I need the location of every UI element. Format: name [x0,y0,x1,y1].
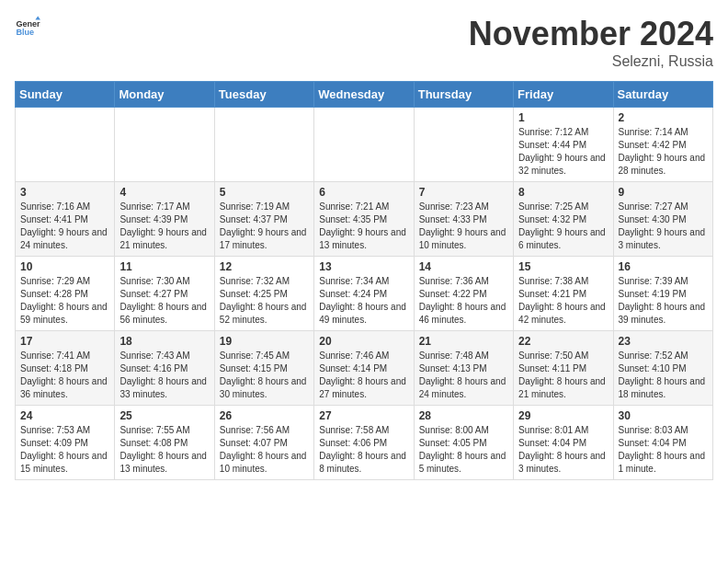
location-subtitle: Selezni, Russia [469,53,713,70]
calendar-week-row: 3Sunrise: 7:16 AM Sunset: 4:41 PM Daylig… [16,182,713,257]
table-row: 11Sunrise: 7:30 AM Sunset: 4:27 PM Dayli… [115,257,214,331]
day-info: Sunrise: 7:55 AM Sunset: 4:08 PM Dayligh… [119,424,209,476]
day-number: 11 [119,260,209,273]
day-number: 17 [20,335,109,348]
day-info: Sunrise: 8:00 AM Sunset: 4:05 PM Dayligh… [419,424,508,476]
table-row [16,108,115,182]
table-row: 16Sunrise: 7:39 AM Sunset: 4:19 PM Dayli… [613,257,712,331]
day-info: Sunrise: 7:34 AM Sunset: 4:24 PM Dayligh… [319,275,408,327]
logo-icon: General Blue [15,15,40,40]
svg-text:Blue: Blue [16,28,34,37]
day-info: Sunrise: 7:56 AM Sunset: 4:07 PM Dayligh… [220,424,309,476]
table-row: 8Sunrise: 7:25 AM Sunset: 4:32 PM Daylig… [514,182,613,257]
day-info: Sunrise: 7:19 AM Sunset: 4:37 PM Dayligh… [220,201,309,252]
calendar-week-row: 1Sunrise: 7:12 AM Sunset: 4:44 PM Daylig… [16,108,713,182]
day-number: 15 [518,260,608,273]
table-row: 23Sunrise: 7:52 AM Sunset: 4:10 PM Dayli… [613,331,712,406]
day-number: 14 [419,260,508,273]
day-number: 6 [319,186,408,199]
day-info: Sunrise: 7:23 AM Sunset: 4:33 PM Dayligh… [419,201,508,252]
table-row [115,108,214,182]
day-number: 19 [220,335,309,348]
day-number: 9 [619,186,708,199]
day-number: 16 [619,260,708,273]
day-info: Sunrise: 7:36 AM Sunset: 4:22 PM Dayligh… [419,275,508,327]
day-info: Sunrise: 7:12 AM Sunset: 4:44 PM Dayligh… [518,126,608,178]
table-row: 3Sunrise: 7:16 AM Sunset: 4:41 PM Daylig… [16,182,115,257]
day-number: 21 [419,335,508,348]
title-area: November 2024 Selezni, Russia [469,15,713,70]
table-row [314,108,414,182]
calendar-week-row: 10Sunrise: 7:29 AM Sunset: 4:28 PM Dayli… [16,257,713,331]
day-info: Sunrise: 7:43 AM Sunset: 4:16 PM Dayligh… [119,350,209,401]
day-number: 5 [220,186,309,199]
table-row: 21Sunrise: 7:48 AM Sunset: 4:13 PM Dayli… [414,331,513,406]
day-number: 26 [220,409,309,422]
table-row: 15Sunrise: 7:38 AM Sunset: 4:21 PM Dayli… [514,257,613,331]
day-number: 28 [419,409,508,422]
day-info: Sunrise: 8:03 AM Sunset: 4:04 PM Dayligh… [619,424,708,476]
col-sunday: Sunday [16,82,115,108]
calendar-week-row: 17Sunrise: 7:41 AM Sunset: 4:18 PM Dayli… [16,331,713,406]
day-number: 30 [619,409,708,422]
table-row: 26Sunrise: 7:56 AM Sunset: 4:07 PM Dayli… [214,406,313,480]
calendar-header-row: Sunday Monday Tuesday Wednesday Thursday… [16,82,713,108]
table-row: 17Sunrise: 7:41 AM Sunset: 4:18 PM Dayli… [16,331,115,406]
col-thursday: Thursday [414,82,513,108]
col-saturday: Saturday [613,82,712,108]
table-row: 13Sunrise: 7:34 AM Sunset: 4:24 PM Dayli… [314,257,414,331]
day-number: 1 [518,111,608,124]
day-info: Sunrise: 7:52 AM Sunset: 4:10 PM Dayligh… [619,350,708,401]
day-info: Sunrise: 7:58 AM Sunset: 4:06 PM Dayligh… [319,424,408,476]
table-row [414,108,513,182]
day-number: 13 [319,260,408,273]
day-info: Sunrise: 7:17 AM Sunset: 4:39 PM Dayligh… [119,201,209,252]
svg-marker-2 [35,16,40,19]
col-monday: Monday [115,82,214,108]
month-title: November 2024 [469,15,713,53]
day-number: 8 [518,186,608,199]
day-info: Sunrise: 7:27 AM Sunset: 4:30 PM Dayligh… [619,201,708,252]
table-row: 12Sunrise: 7:32 AM Sunset: 4:25 PM Dayli… [214,257,313,331]
day-number: 29 [518,409,608,422]
day-info: Sunrise: 7:46 AM Sunset: 4:14 PM Dayligh… [319,350,408,401]
table-row: 4Sunrise: 7:17 AM Sunset: 4:39 PM Daylig… [115,182,214,257]
day-info: Sunrise: 7:53 AM Sunset: 4:09 PM Dayligh… [20,424,109,476]
table-row: 19Sunrise: 7:45 AM Sunset: 4:15 PM Dayli… [214,331,313,406]
table-row: 1Sunrise: 7:12 AM Sunset: 4:44 PM Daylig… [514,108,613,182]
table-row: 20Sunrise: 7:46 AM Sunset: 4:14 PM Dayli… [314,331,414,406]
day-info: Sunrise: 7:32 AM Sunset: 4:25 PM Dayligh… [220,275,309,327]
day-number: 18 [119,335,209,348]
day-info: Sunrise: 7:50 AM Sunset: 4:11 PM Dayligh… [518,350,608,401]
table-row: 24Sunrise: 7:53 AM Sunset: 4:09 PM Dayli… [16,406,115,480]
day-number: 22 [518,335,608,348]
svg-text:General: General [16,19,40,29]
table-row: 6Sunrise: 7:21 AM Sunset: 4:35 PM Daylig… [314,182,414,257]
table-row [214,108,313,182]
logo: General Blue [15,15,40,40]
day-info: Sunrise: 7:14 AM Sunset: 4:42 PM Dayligh… [619,126,708,178]
table-row: 30Sunrise: 8:03 AM Sunset: 4:04 PM Dayli… [613,406,712,480]
table-row: 29Sunrise: 8:01 AM Sunset: 4:04 PM Dayli… [514,406,613,480]
table-row: 18Sunrise: 7:43 AM Sunset: 4:16 PM Dayli… [115,331,214,406]
col-tuesday: Tuesday [214,82,313,108]
table-row: 22Sunrise: 7:50 AM Sunset: 4:11 PM Dayli… [514,331,613,406]
day-info: Sunrise: 7:21 AM Sunset: 4:35 PM Dayligh… [319,201,408,252]
day-number: 2 [619,111,708,124]
day-number: 20 [319,335,408,348]
calendar-table: Sunday Monday Tuesday Wednesday Thursday… [15,81,713,480]
table-row: 9Sunrise: 7:27 AM Sunset: 4:30 PM Daylig… [613,182,712,257]
table-row: 2Sunrise: 7:14 AM Sunset: 4:42 PM Daylig… [613,108,712,182]
day-number: 24 [20,409,109,422]
table-row: 25Sunrise: 7:55 AM Sunset: 4:08 PM Dayli… [115,406,214,480]
page-header: General Blue November 2024 Selezni, Russ… [15,15,713,70]
day-info: Sunrise: 7:29 AM Sunset: 4:28 PM Dayligh… [20,275,109,327]
day-number: 3 [20,186,109,199]
day-number: 12 [220,260,309,273]
table-row: 27Sunrise: 7:58 AM Sunset: 4:06 PM Dayli… [314,406,414,480]
day-number: 10 [20,260,109,273]
day-number: 4 [119,186,209,199]
day-info: Sunrise: 8:01 AM Sunset: 4:04 PM Dayligh… [518,424,608,476]
table-row: 5Sunrise: 7:19 AM Sunset: 4:37 PM Daylig… [214,182,313,257]
day-number: 7 [419,186,508,199]
